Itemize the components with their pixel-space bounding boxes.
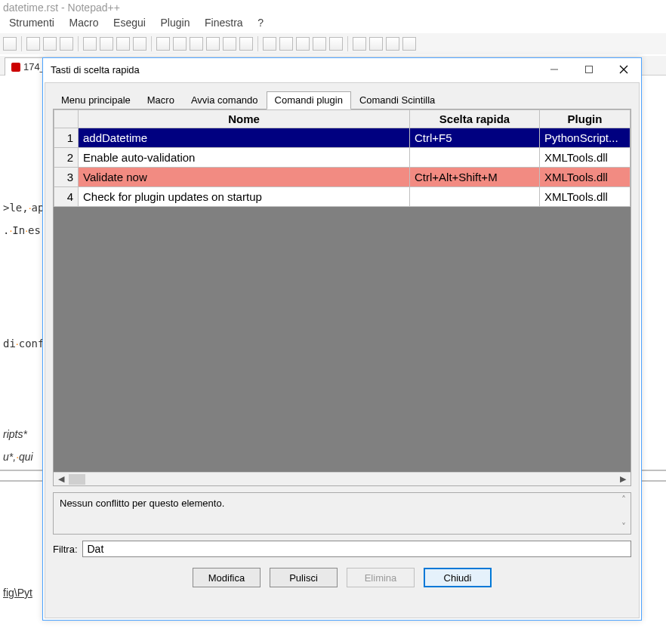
dialog-titlebar[interactable]: Tasti di scelta rapida [43,58,641,81]
toolbar-icon[interactable] [239,37,253,51]
conflict-status-text: Nessun conflitto per questo elemento. [60,498,224,509]
close-dialog-button[interactable]: Chiudi [424,568,492,587]
dialog-tabs: Menu principale Macro Avvia comando Coma… [53,91,631,109]
status-scrollbar[interactable]: ˄ ˅ [617,493,631,534]
cell-name[interactable]: addDatetime [79,128,410,148]
toolbar-icon[interactable] [173,37,187,51]
toolbar-icon[interactable] [26,37,40,51]
toolbar-icon[interactable] [133,37,146,51]
scrollbar-thumb[interactable] [69,474,85,485]
scroll-up-icon[interactable]: ˄ [621,493,626,507]
cell-name[interactable]: Enable auto-validation [79,148,410,168]
toolbar-icon[interactable] [369,37,383,51]
menu-item[interactable]: Esegui [107,15,152,30]
tab-run-command[interactable]: Avvia comando [183,91,267,109]
toolbar-icon[interactable] [190,37,203,51]
toolbar-icon[interactable] [263,37,276,51]
cell-plugin[interactable]: XMLTools.dll [540,168,631,187]
row-number[interactable]: 4 [54,187,79,207]
scroll-down-icon[interactable]: ˅ [621,520,626,534]
menu-item[interactable]: Plugin [155,15,196,30]
grid-empty-area [54,207,631,472]
toolbar-icon[interactable] [156,37,170,51]
cell-shortcut[interactable]: Ctrl+F5 [410,128,540,148]
svg-rect-1 [586,66,593,73]
editor-background-text: >le,·ap .·In·es di·conf ripts* u*,·qui f… [3,83,44,644]
toolbar-icon[interactable] [206,37,220,51]
app-title: datetime.rst - Notepad++ [0,0,666,15]
toolbar-icon[interactable] [353,37,366,51]
menu-item[interactable]: Strumenti [3,15,60,30]
col-name[interactable]: Nome [79,110,410,128]
scroll-right-icon[interactable]: ▶ [617,473,629,485]
toolbar-icon[interactable] [83,37,97,51]
toolbar-icon[interactable] [100,37,113,51]
delete-button: Elimina [347,568,415,587]
main-menu: Strumenti Macro Esegui Plugin Finestra ? [0,15,666,32]
row-number[interactable]: 1 [54,128,79,148]
modify-button[interactable]: Modifica [193,568,261,587]
toolbar-icon[interactable] [279,37,293,51]
tab-scintilla-commands[interactable]: Comandi Scintilla [351,91,443,109]
table-row[interactable]: 3Validate nowCtrl+Alt+Shift+MXMLTools.dl… [54,168,631,187]
menu-item[interactable]: ? [251,15,270,30]
cell-name[interactable]: Validate now [79,168,410,187]
conflict-status-box: Nessun conflitto per questo elemento. ˄ … [53,492,631,535]
cell-shortcut[interactable] [410,187,540,207]
shortcut-grid: Nome Scelta rapida Plugin 1addDatetimeCt… [53,109,631,486]
close-button[interactable] [606,59,641,80]
minimize-button[interactable] [537,59,572,80]
table-row[interactable]: 4Check for plugin updates on startupXMLT… [54,187,631,207]
cell-plugin[interactable]: PythonScript... [540,128,631,148]
toolbar-icon[interactable] [329,37,343,51]
toolbar-icon[interactable] [296,37,310,51]
toolbar-icon[interactable] [313,37,326,51]
toolbar-icon[interactable] [116,37,130,51]
tab-main-menu[interactable]: Menu principale [53,91,139,109]
toolbar-icon[interactable] [402,37,416,51]
clear-button[interactable]: Pulisci [270,568,338,587]
filter-label: Filtra: [53,544,78,555]
scroll-left-icon[interactable]: ◀ [55,473,67,485]
tab-macro[interactable]: Macro [139,91,183,109]
toolbar [0,33,666,54]
table-row[interactable]: 2Enable auto-validationXMLTools.dll [54,148,631,168]
toolbar-icon[interactable] [43,37,57,51]
dialog-title: Tasti di scelta rapida [51,64,140,75]
tab-plugin-commands[interactable]: Comandi plugin [267,91,351,109]
row-number[interactable]: 2 [54,148,79,168]
toolbar-icon[interactable] [386,37,399,51]
cell-name[interactable]: Check for plugin updates on startup [79,187,410,207]
cell-shortcut[interactable] [410,148,540,168]
cell-plugin[interactable]: XMLTools.dll [540,148,631,168]
modified-indicator-icon [11,63,20,72]
cell-shortcut[interactable]: Ctrl+Alt+Shift+M [410,168,540,187]
col-shortcut[interactable]: Scelta rapida [410,110,540,128]
horizontal-scrollbar[interactable]: ◀ ▶ [54,472,631,485]
col-rownum[interactable] [54,110,79,128]
cell-plugin[interactable]: XMLTools.dll [540,187,631,207]
col-plugin[interactable]: Plugin [540,110,631,128]
maximize-button[interactable] [572,59,606,80]
toolbar-icon[interactable] [223,37,236,51]
shortcut-mapper-dialog: Tasti di scelta rapida Menu principale M… [42,57,642,621]
toolbar-icon[interactable] [3,37,17,51]
menu-item[interactable]: Finestra [199,15,249,30]
filter-input[interactable] [82,541,632,557]
row-number[interactable]: 3 [54,168,79,187]
toolbar-icon[interactable] [60,37,73,51]
table-row[interactable]: 1addDatetimeCtrl+F5PythonScript... [54,128,631,148]
menu-item[interactable]: Macro [63,15,105,30]
